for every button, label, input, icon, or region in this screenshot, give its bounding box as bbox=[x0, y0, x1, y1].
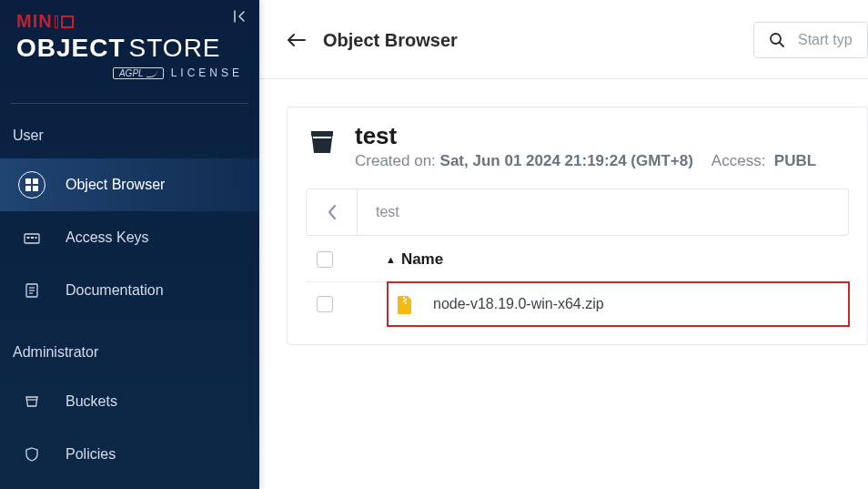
svg-rect-6 bbox=[31, 237, 34, 239]
sidebar-item-label: Object Browser bbox=[66, 177, 165, 193]
access-value: PUBL bbox=[774, 152, 816, 169]
table-header: ▲ Name bbox=[306, 236, 849, 281]
svg-rect-3 bbox=[33, 186, 38, 191]
bucket-card: test Created on: Sat, Jun 01 2024 21:19:… bbox=[287, 107, 868, 345]
sort-caret-icon: ▲ bbox=[386, 254, 396, 265]
column-header-name[interactable]: ▲ Name bbox=[386, 250, 443, 269]
minio-logo-text: MIN bbox=[16, 11, 243, 32]
main-content: Object Browser test Created o bbox=[259, 0, 868, 489]
sidebar-item-access-keys[interactable]: Access Keys bbox=[0, 211, 259, 264]
object-browser-icon bbox=[18, 171, 45, 199]
breadcrumb-bar: test bbox=[306, 188, 849, 236]
sidebar-item-documentation[interactable]: Documentation bbox=[0, 264, 259, 317]
sidebar-section-user: User bbox=[0, 120, 259, 158]
sidebar-item-policies[interactable]: Policies bbox=[0, 428, 259, 481]
search-input[interactable] bbox=[798, 32, 853, 48]
breadcrumb-path[interactable]: test bbox=[358, 204, 418, 220]
bucket-icon bbox=[306, 126, 338, 158]
created-label: Created on: bbox=[355, 152, 436, 169]
column-name-label: Name bbox=[401, 250, 443, 269]
svg-rect-5 bbox=[27, 237, 30, 239]
page-title: Object Browser bbox=[323, 30, 458, 51]
svg-point-13 bbox=[771, 34, 781, 44]
file-name: node-v18.19.0-win-x64.zip bbox=[433, 296, 604, 312]
svg-rect-7 bbox=[35, 237, 37, 239]
search-icon bbox=[769, 32, 785, 48]
svg-rect-15 bbox=[311, 131, 333, 136]
license-row: AGPL LICENSE bbox=[16, 66, 243, 79]
back-button[interactable] bbox=[287, 33, 307, 47]
search-box[interactable] bbox=[753, 22, 868, 58]
bucket-name: test bbox=[355, 122, 816, 150]
documentation-icon bbox=[18, 277, 45, 304]
objectstore-logo-text: OBJECTSTORE bbox=[16, 34, 243, 63]
table-row[interactable]: node-v18.19.0-win-x64.zip bbox=[388, 282, 849, 326]
topbar: Object Browser bbox=[259, 0, 868, 79]
row-checkbox[interactable] bbox=[317, 296, 333, 312]
sidebar-item-label: Policies bbox=[66, 446, 116, 463]
file-zip-icon bbox=[397, 295, 413, 313]
access-keys-icon bbox=[18, 224, 45, 251]
sidebar-item-object-browser[interactable]: Object Browser bbox=[0, 158, 259, 211]
logo: MIN OBJECTSTORE AGPL LICENSE bbox=[0, 0, 259, 96]
svg-rect-1 bbox=[33, 178, 38, 184]
select-all-checkbox[interactable] bbox=[317, 251, 333, 268]
policies-icon bbox=[18, 441, 45, 468]
svg-rect-17 bbox=[403, 297, 405, 299]
sidebar: MIN OBJECTSTORE AGPL LICENSE User Object… bbox=[0, 0, 259, 489]
license-label: LICENSE bbox=[171, 66, 243, 79]
collapse-sidebar-button[interactable] bbox=[232, 9, 247, 24]
agpl-badge: AGPL bbox=[113, 67, 164, 79]
sidebar-item-label: Documentation bbox=[66, 282, 164, 299]
sidebar-item-label: Access Keys bbox=[66, 229, 149, 246]
sidebar-section-administrator: Administrator bbox=[0, 337, 259, 375]
svg-rect-20 bbox=[405, 302, 407, 304]
svg-rect-16 bbox=[313, 137, 331, 138]
svg-line-14 bbox=[780, 43, 783, 46]
buckets-icon bbox=[18, 388, 45, 415]
svg-rect-0 bbox=[25, 178, 31, 184]
svg-rect-18 bbox=[405, 299, 407, 301]
svg-rect-2 bbox=[25, 186, 31, 191]
breadcrumb-back-button[interactable] bbox=[307, 189, 358, 235]
sidebar-item-label: Buckets bbox=[66, 393, 117, 410]
access-label: Access: bbox=[712, 152, 766, 169]
sidebar-item-buckets[interactable]: Buckets bbox=[0, 375, 259, 428]
created-value: Sat, Jun 01 2024 21:19:24 (GMT+8) bbox=[440, 152, 693, 169]
sidebar-divider bbox=[11, 103, 248, 104]
svg-rect-19 bbox=[403, 301, 405, 302]
